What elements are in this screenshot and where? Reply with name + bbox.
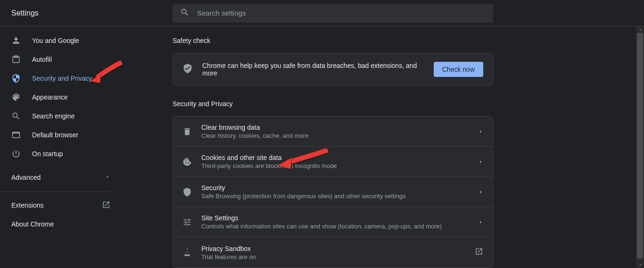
external-link-icon — [475, 247, 483, 258]
person-icon — [11, 36, 21, 45]
sidebar-extensions[interactable]: Extensions — [0, 196, 121, 215]
chevron-right-icon — [479, 188, 483, 196]
safety-check-title: Safety check — [173, 37, 644, 44]
scrollbar[interactable] — [636, 26, 644, 268]
row-title: Site Settings — [201, 214, 479, 222]
chevron-right-icon — [479, 218, 483, 226]
row-subtitle: Trial features are on — [201, 253, 475, 260]
search-container[interactable] — [173, 4, 493, 23]
check-now-button[interactable]: Check now — [434, 62, 483, 77]
row-privacy-sandbox[interactable]: Privacy Sandbox Trial features are on — [173, 237, 493, 268]
shield-icon — [11, 74, 21, 83]
sidebar-item-label: You and Google — [32, 37, 79, 44]
scroll-up-icon[interactable] — [636, 26, 644, 33]
sidebar-item-label: Appearance — [32, 93, 68, 101]
row-title: Cookies and other site data — [201, 154, 479, 161]
search-input[interactable] — [197, 9, 486, 17]
trash-icon — [182, 127, 192, 136]
sidebar-item-label: Search engine — [32, 112, 74, 120]
clipboard-icon — [11, 55, 21, 64]
search-icon — [11, 111, 21, 121]
page-title: Settings — [11, 9, 143, 17]
security-privacy-card: Clear browsing data Clear history, cooki… — [173, 116, 493, 268]
sidebar-item-label: On startup — [32, 150, 63, 158]
safety-check-text: Chrome can help keep you safe from data … — [202, 62, 434, 77]
sidebar-item-default-browser[interactable]: Default browser — [0, 126, 121, 144]
chevron-right-icon — [479, 158, 483, 166]
sidebar-advanced[interactable]: Advanced — [0, 168, 121, 187]
sidebar-item-label: Security and Privacy — [32, 75, 92, 82]
row-subtitle: Clear history, cookies, cache, and more — [201, 132, 479, 139]
safety-check-card: Chrome can help keep you safe from data … — [173, 53, 493, 86]
row-subtitle: Controls what information sites can use … — [201, 223, 479, 230]
advanced-label: Advanced — [11, 174, 41, 181]
sidebar-about[interactable]: About Chrome — [0, 215, 121, 234]
row-title: Security — [201, 184, 479, 192]
sidebar-item-on-startup[interactable]: On startup — [0, 144, 121, 163]
scroll-down-icon[interactable] — [636, 261, 644, 268]
tune-icon — [182, 218, 192, 227]
row-cookies[interactable]: Cookies and other site data Third-party … — [173, 147, 493, 177]
sidebar-item-security[interactable]: Security and Privacy — [0, 69, 121, 88]
sidebar-item-appearance[interactable]: Appearance — [0, 88, 121, 107]
power-icon — [11, 149, 21, 159]
sidebar-item-you-and-google[interactable]: You and Google — [0, 31, 121, 50]
row-clear-browsing-data[interactable]: Clear browsing data Clear history, cooki… — [173, 117, 493, 147]
header: Settings — [0, 0, 644, 26]
row-subtitle: Third-party cookies are blocked in Incog… — [201, 162, 479, 169]
palette-icon — [11, 92, 21, 102]
cookie-icon — [182, 157, 192, 167]
extensions-label: Extensions — [11, 201, 43, 209]
row-site-settings[interactable]: Site Settings Controls what information … — [173, 207, 493, 237]
browser-icon — [11, 130, 21, 140]
row-subtitle: Safe Browsing (protection from dangerous… — [201, 193, 479, 200]
chevron-down-icon — [105, 174, 110, 181]
search-icon — [180, 8, 190, 19]
chevron-right-icon — [479, 127, 483, 136]
security-privacy-title: Security and Privacy — [173, 100, 644, 108]
sidebar-item-autofill[interactable]: Autofill — [0, 50, 121, 69]
divider — [0, 192, 109, 192]
shield-check-icon — [182, 63, 193, 75]
sidebar: You and Google Autofill Security and Pri… — [0, 26, 121, 268]
row-security[interactable]: Security Safe Browsing (protection from … — [173, 177, 493, 207]
external-link-icon — [102, 201, 110, 210]
flask-icon — [182, 248, 192, 257]
sidebar-item-label: Autofill — [32, 56, 52, 63]
scrollbar-thumb[interactable] — [637, 33, 643, 259]
row-title: Privacy Sandbox — [201, 245, 475, 252]
shield-icon — [182, 187, 192, 197]
sidebar-item-search-engine[interactable]: Search engine — [0, 107, 121, 126]
main-content: Safety check Chrome can help keep you sa… — [121, 26, 644, 268]
sidebar-item-label: Default browser — [32, 131, 78, 139]
row-title: Clear browsing data — [201, 124, 479, 131]
about-label: About Chrome — [11, 220, 54, 228]
